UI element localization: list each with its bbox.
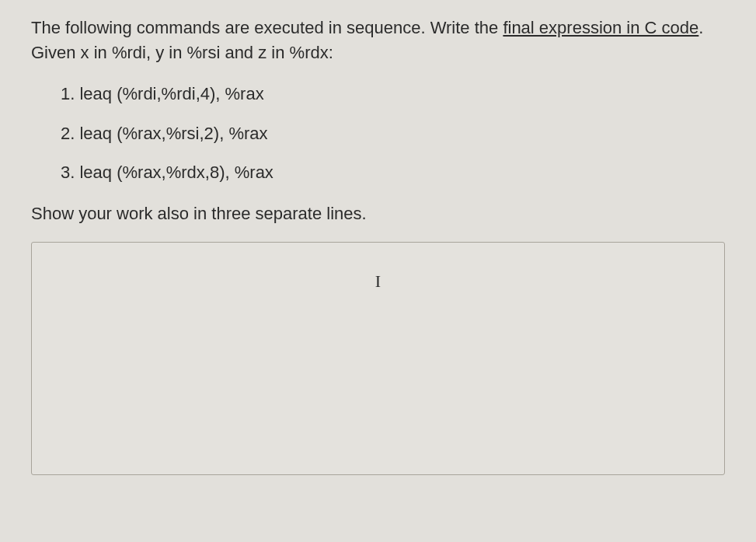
answer-area-wrap: I	[31, 242, 725, 478]
instruction-item-2: 2. leaq (%rax,%rsi,2), %rax	[61, 122, 725, 146]
instruction-list: 1. leaq (%rdi,%rdi,4), %rax 2. leaq (%ra…	[31, 82, 725, 185]
answer-textarea[interactable]	[31, 242, 725, 475]
instruction-item-3: 3. leaq (%rax,%rdx,8), %rax	[61, 161, 725, 185]
intro-text-underline: final expression in C code	[503, 18, 699, 37]
question-intro: The following commands are executed in s…	[31, 16, 725, 65]
instruction-item-1: 1. leaq (%rdi,%rdi,4), %rax	[61, 82, 725, 107]
show-work-line: Show your work also in three separate li…	[31, 202, 725, 226]
question-block: The following commands are executed in s…	[31, 16, 725, 478]
intro-text-pre: The following commands are executed in s…	[31, 18, 503, 37]
